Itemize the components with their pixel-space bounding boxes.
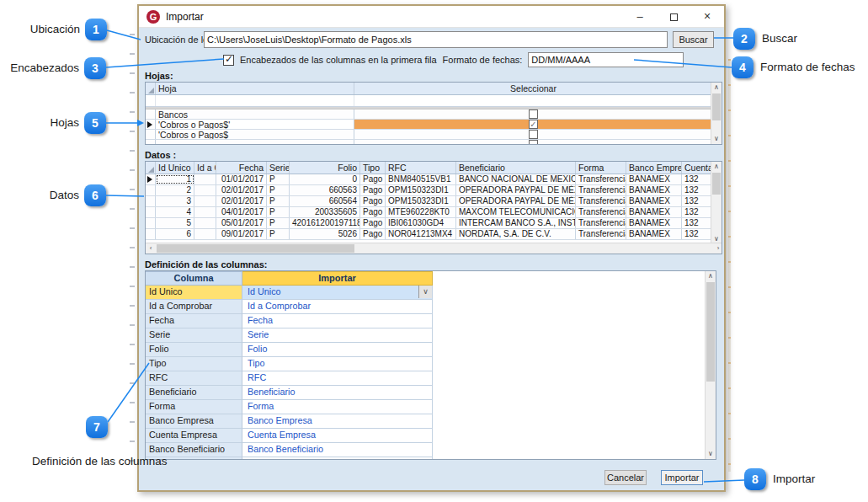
data-cell[interactable]: Pago: [360, 207, 386, 217]
date-format-input[interactable]: [528, 52, 684, 67]
data-cell[interactable]: Pago: [360, 185, 386, 195]
data-corner-cell[interactable]: [146, 162, 156, 174]
sheet-checkbox[interactable]: [529, 130, 538, 139]
row-selector-cell[interactable]: [146, 109, 156, 119]
sheet-select-cell[interactable]: ✓: [354, 120, 712, 129]
minimize-button[interactable]: –: [626, 6, 654, 27]
definition-columna-cell[interactable]: Banco Empresa: [146, 414, 242, 429]
data-cell[interactable]: [194, 207, 216, 217]
definition-columna-cell[interactable]: Id a Comprobar: [146, 300, 242, 314]
headers-checkbox[interactable]: ✓: [223, 55, 234, 66]
row-selector-cell[interactable]: [146, 174, 156, 184]
sheets-col-hoja[interactable]: Hoja: [156, 83, 354, 94]
sheet-row[interactable]: Bancos: [146, 109, 712, 120]
browse-button[interactable]: Buscar: [673, 31, 714, 48]
definition-row[interactable]: FormaForma: [146, 400, 434, 414]
row-selector-cell[interactable]: [146, 130, 156, 139]
data-cell[interactable]: 6: [156, 229, 194, 239]
sheet-select-cell[interactable]: [354, 140, 712, 145]
data-cell[interactable]: BANAMEX: [626, 185, 682, 195]
sheet-name-cell[interactable]: 'Cobros o Pagos$': [156, 120, 354, 129]
definition-row[interactable]: Id UnicoId Unico∨: [146, 286, 434, 300]
definition-importar-cell[interactable]: Cuenta Beneficiario: [242, 457, 433, 460]
scroll-up-icon[interactable]: ∧: [711, 83, 722, 93]
data-col-header[interactable]: Serie: [267, 162, 290, 174]
data-cell[interactable]: [194, 185, 216, 195]
scroll-up-icon[interactable]: ∧: [706, 271, 716, 281]
definition-row[interactable]: RFCRFC: [146, 371, 434, 386]
data-cell[interactable]: OPERADORA PAYPAL DE MÉXICO,: [456, 196, 576, 206]
close-button[interactable]: ×: [693, 6, 722, 27]
data-cell[interactable]: BANAMEX: [626, 218, 682, 228]
definition-columna-cell[interactable]: Forma: [146, 400, 242, 414]
definition-columna-cell[interactable]: Id Unico: [146, 286, 242, 300]
data-hscroll-thumb[interactable]: [157, 244, 354, 253]
sheet-select-cell[interactable]: [354, 109, 712, 119]
data-cell[interactable]: Transferencia: [576, 207, 626, 217]
data-cell[interactable]: 2: [156, 185, 194, 195]
filter-seleccionar-cell[interactable]: [354, 95, 712, 106]
data-col-header[interactable]: Banco Empresa: [626, 162, 682, 174]
scroll-down-icon[interactable]: ∨: [711, 134, 722, 144]
data-cell[interactable]: 1: [156, 174, 194, 184]
definition-importar-cell[interactable]: Banco Empresa: [242, 414, 433, 429]
data-cell[interactable]: [194, 218, 216, 228]
data-horizontal-scrollbar[interactable]: ‹ ›: [146, 243, 722, 254]
scroll-left-icon[interactable]: ‹: [146, 243, 156, 254]
data-cell[interactable]: INTERCAM BANCO S.A., INSTITUCI: [456, 218, 576, 228]
row-selector-cell[interactable]: [146, 207, 156, 217]
data-vertical-scrollbar[interactable]: ∧ ∨: [711, 162, 722, 244]
data-cell[interactable]: 5026: [290, 229, 360, 239]
maximize-button[interactable]: [659, 6, 688, 27]
data-cell[interactable]: BANAMEX: [626, 229, 682, 239]
data-cell[interactable]: 05/01/2017: [216, 218, 267, 228]
data-cell[interactable]: MTE960228KT0: [386, 207, 456, 217]
data-cell[interactable]: 04/01/2017: [216, 207, 267, 217]
filter-hoja-cell[interactable]: [156, 95, 354, 106]
data-cell[interactable]: BANAMEX: [626, 207, 682, 217]
definition-row[interactable]: FechaFecha: [146, 314, 434, 328]
definition-vertical-scrollbar[interactable]: ∧ ∨: [705, 271, 716, 459]
definition-columna-cell[interactable]: Tipo: [146, 357, 242, 371]
data-col-header[interactable]: Tipo: [360, 162, 386, 174]
data-col-header[interactable]: Cuenta E: [682, 162, 712, 174]
definition-columna-cell[interactable]: Beneficiario: [146, 386, 242, 400]
data-cell[interactable]: Pago: [360, 196, 386, 206]
sheet-name-cell[interactable]: Bancos: [156, 109, 354, 119]
data-cell[interactable]: [194, 174, 216, 184]
definition-row[interactable]: Banco BeneficiarioBanco Beneficiario: [146, 443, 434, 457]
data-col-header[interactable]: Id a Co: [194, 162, 216, 174]
sheet-checkbox[interactable]: ✓: [529, 120, 538, 129]
data-cell[interactable]: OPM150323DI1: [386, 196, 456, 206]
definition-importar-cell[interactable]: Forma: [242, 400, 433, 414]
data-row[interactable]: 202/01/2017P660563PagoOPM150323DI1OPERAD…: [146, 185, 712, 196]
definition-row[interactable]: Cuenta BeneficiarioCuenta Beneficiario: [146, 457, 434, 460]
sheet-checkbox[interactable]: [529, 140, 538, 145]
row-selector-cell[interactable]: [146, 229, 156, 239]
data-cell[interactable]: IBI061030GD4: [386, 218, 456, 228]
data-row[interactable]: 101/01/2017P0PagoBNM840515VB1BANCO NACIO…: [146, 174, 712, 185]
definition-row[interactable]: BeneficiarioBeneficiario: [146, 386, 434, 400]
data-cell[interactable]: BNM840515VB1: [386, 174, 456, 184]
row-selector-cell[interactable]: [146, 185, 156, 195]
data-cell[interactable]: 09/01/2017: [216, 229, 267, 239]
data-cell[interactable]: Pago: [360, 174, 386, 184]
data-cell[interactable]: 660563: [290, 185, 360, 195]
definition-columna-cell[interactable]: Serie: [146, 328, 242, 343]
definition-row[interactable]: Cuenta EmpresaCuenta Empresa: [146, 429, 434, 443]
data-cell[interactable]: P: [267, 185, 290, 195]
data-cell[interactable]: OPM150323DI1: [386, 185, 456, 195]
sheets-scroll-thumb[interactable]: [712, 93, 721, 120]
data-row[interactable]: 609/01/2017P5026PagoNOR041213MX4NORDATA,…: [146, 229, 712, 240]
data-cell[interactable]: Pago: [360, 229, 386, 239]
data-row[interactable]: 302/01/2017P660564PagoOPM150323DI1OPERAD…: [146, 196, 712, 207]
definition-importar-cell[interactable]: Tipo: [242, 357, 433, 371]
import-button[interactable]: Importar: [661, 470, 703, 485]
sheet-name-cell[interactable]: 'Cobros o Pagos$_: [156, 130, 354, 139]
sheet-name-cell[interactable]: [156, 140, 354, 145]
sheets-filter-row[interactable]: [146, 95, 712, 107]
data-cell[interactable]: Transferencia: [576, 196, 626, 206]
data-col-header[interactable]: Fecha: [216, 162, 267, 174]
data-cell[interactable]: P: [267, 174, 290, 184]
definition-columna-cell[interactable]: Cuenta Empresa: [146, 429, 242, 443]
